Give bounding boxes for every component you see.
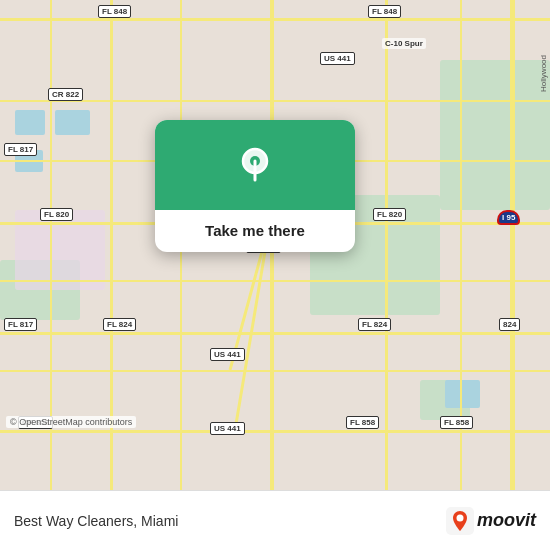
label-us441-low: US 441 — [210, 348, 245, 361]
map-view: FL 848 FL 848 CR 822 US 441 C-10 Spur FL… — [0, 0, 550, 490]
take-me-there-button[interactable]: Take me there — [205, 222, 305, 239]
label-fl848-left: FL 848 — [98, 5, 131, 18]
road-fl824 — [0, 332, 550, 335]
svg-point-6 — [456, 514, 463, 521]
moovit-logo-icon — [446, 507, 474, 535]
label-fl824-left: FL 824 — [103, 318, 136, 331]
label-824: 824 — [499, 318, 520, 331]
water-1 — [15, 110, 45, 135]
park-area-2 — [440, 60, 550, 210]
osm-attribution: © OpenStreetMap contributors — [6, 416, 136, 428]
label-cr822: CR 822 — [48, 88, 83, 101]
label-fl820-left: FL 820 — [40, 208, 73, 221]
bottom-bar: Best Way Cleaners, Miami moovit — [0, 490, 550, 550]
road-h-370 — [0, 370, 550, 372]
road-fl858 — [0, 430, 550, 433]
road-h-280 — [0, 280, 550, 282]
label-c10spur: C-10 Spur — [382, 38, 426, 49]
take-me-there-popup[interactable]: Take me there — [155, 120, 355, 252]
location-pin-icon — [234, 144, 276, 186]
label-fl817-top: FL 817 — [4, 143, 37, 156]
moovit-brand-name: moovit — [477, 510, 536, 531]
label-fl820-right: FL 820 — [373, 208, 406, 221]
popup-bottom: Take me there — [155, 210, 355, 252]
road-v-385 — [385, 0, 388, 490]
popup-icon-area — [155, 120, 355, 210]
water-4 — [445, 380, 480, 408]
road-i95 — [510, 0, 515, 490]
moovit-logo: moovit — [446, 507, 536, 535]
label-fl858-left: FL 858 — [346, 416, 379, 429]
location-label: Best Way Cleaners, Miami — [14, 513, 446, 529]
water-2 — [55, 110, 90, 135]
label-fl858-right: FL 858 — [440, 416, 473, 429]
label-i95: I 95 — [497, 210, 520, 225]
hollywood-label: Hollywood — [539, 55, 548, 92]
label-fl848-right: FL 848 — [368, 5, 401, 18]
label-fl817-bot: FL 817 — [4, 318, 37, 331]
road-fl848 — [0, 18, 550, 21]
label-fl824-right: FL 824 — [358, 318, 391, 331]
label-us441-top: US 441 — [320, 52, 355, 65]
label-us441-bot: US 441 — [210, 422, 245, 435]
